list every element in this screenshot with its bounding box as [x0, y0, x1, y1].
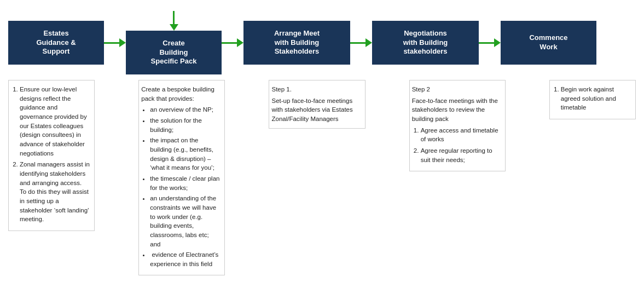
above-arrowhead	[170, 24, 178, 31]
content-col-4: Step 2 Face-to-face meetings with the st…	[409, 80, 506, 171]
content-row: Ensure our low-level designs reflect the…	[8, 80, 636, 275]
list-item: Ensure our low-level designs reflect the…	[20, 85, 90, 158]
step-intro-4: Face-to-face meetings with the stakehold…	[412, 97, 498, 122]
box-create: Create Building Specific Pack	[126, 31, 222, 74]
box-commence: Commence Work	[501, 21, 596, 65]
box-negotiations: Negotiations with Building stakeholders	[372, 21, 479, 65]
list-item: evidence of Electranet’s experience in t…	[150, 250, 220, 268]
list-col-5: Begin work against agreed solution and t…	[552, 85, 631, 112]
arrow-head-4	[494, 38, 501, 47]
bullets-col-2: an overview of the NP; the solution for …	[141, 105, 220, 268]
flowchart: Estates Guidance & Support Create Buildi…	[8, 11, 636, 275]
box-label-4: Negotiations with Building stakeholders	[403, 29, 448, 57]
list-col-1: Ensure our low-level designs reflect the…	[11, 85, 90, 224]
arrow-3	[350, 38, 372, 47]
list-item: the timescale / clear plan for the works…	[150, 174, 220, 192]
step-label-4: Step 2	[412, 85, 501, 94]
step-col-5: Commence Work	[501, 21, 596, 65]
arrow-line-1	[104, 42, 119, 44]
list-col-4: Agree access and timetable of works Agre…	[412, 126, 501, 165]
col2-wrapper: Create Building Specific Pack	[126, 11, 222, 74]
step-col-3: Arrange Meet with Building Stakeholders	[243, 21, 350, 65]
box-estates: Estates Guidance & Support	[8, 21, 104, 65]
arrow-line-3	[350, 42, 365, 44]
content-col-3: Step 1. Set-up face-to-face meetings wit…	[269, 80, 365, 129]
list-item: Zonal managers assist in identifying sta…	[20, 160, 90, 224]
step-label-3: Step 1.	[271, 85, 360, 94]
list-item: an understanding of the constraints we w…	[150, 194, 220, 249]
above-arrow	[170, 11, 178, 31]
list-item: Agree regular reporting to suit their ne…	[421, 146, 501, 164]
top-row: Estates Guidance & Support Create Buildi…	[8, 11, 636, 74]
box-label-1: Estates Guidance & Support	[36, 29, 76, 57]
list-item: the impact on the building (e.g., benefi…	[150, 136, 220, 172]
step-text-3: Set-up face-to-face meetings with stakeh…	[271, 97, 352, 122]
box-label-3: Arrange Meet with Building Stakeholders	[274, 29, 320, 57]
arrow-2	[222, 38, 243, 47]
arrow-line-2	[222, 42, 237, 44]
step-col-4: Negotiations with Building stakeholders	[372, 21, 479, 65]
content-col-1: Ensure our low-level designs reflect the…	[8, 80, 95, 231]
arrow-head-2	[237, 38, 243, 47]
arrow-head-1	[119, 38, 126, 47]
list-item: the solution for the building;	[150, 116, 220, 134]
arrow-head-3	[365, 38, 372, 47]
box-label-5: Commence Work	[529, 33, 567, 52]
box-arrange: Arrange Meet with Building Stakeholders	[243, 21, 350, 65]
step-col-2: Create Building Specific Pack	[126, 31, 222, 74]
list-item: Begin work against agreed solution and t…	[561, 85, 631, 112]
above-vert-line	[173, 11, 175, 24]
arrow-4	[479, 38, 501, 47]
list-col-2: Create a bespoke building pack that prov…	[141, 85, 220, 103]
arrow-line-4	[479, 42, 494, 44]
list-item: an overview of the NP;	[150, 105, 220, 114]
step-col-1: Estates Guidance & Support	[8, 21, 104, 65]
content-col-5: Begin work against agreed solution and t…	[549, 80, 636, 119]
content-col-2: Create a bespoke building pack that prov…	[138, 80, 225, 275]
box-label-2: Create Building Specific Pack	[151, 39, 197, 67]
arrow-1	[104, 38, 126, 47]
list-item: Create a bespoke building pack that prov…	[141, 85, 220, 103]
list-item: Agree access and timetable of works	[421, 126, 501, 144]
